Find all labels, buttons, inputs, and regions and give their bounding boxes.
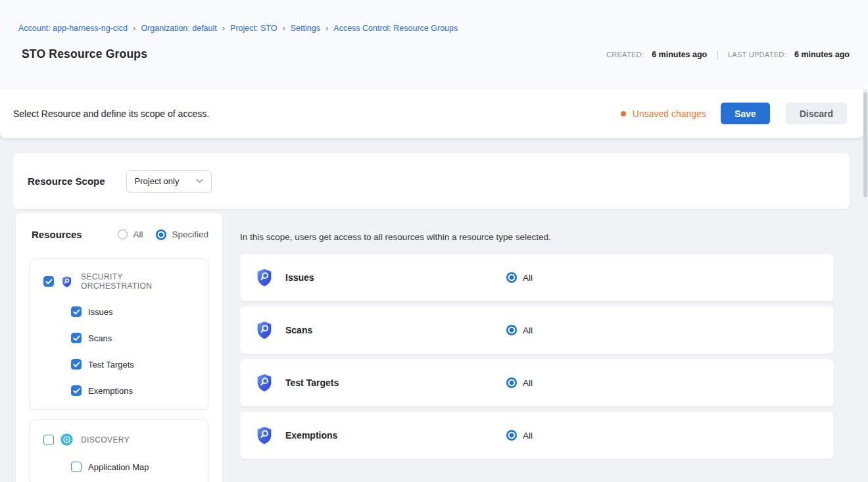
resource-access-radio[interactable]: All [506,430,533,441]
group-label: SECURITY ORCHESTRATION [81,272,195,291]
security-orchestration-shield-icon [60,276,73,288]
resource-access-radio[interactable]: All [506,325,533,335]
scope-description: In this scope, users get access to all r… [240,232,834,242]
item-label: Issues [88,307,113,317]
resources-mode-radio-group: All Specified [118,229,208,240]
resources-title: Resources [32,229,82,240]
item-checkbox[interactable] [71,359,82,370]
radio-selected-icon[interactable] [506,430,517,441]
meta-divider: | [715,49,720,60]
breadcrumb-separator-icon: › [133,23,135,33]
tree-item: Scans [71,333,195,343]
tree-item: Issues [71,306,195,317]
radio-specified-label: Specified [172,229,208,239]
created-label: CREATED: [606,51,644,59]
breadcrumb-separator-icon: › [282,23,285,33]
resource-access-radio[interactable]: All [506,377,533,388]
created-value: 6 minutes ago [652,50,707,59]
breadcrumb-account-link[interactable]: Account: app-harness-ng-cicd [18,24,128,33]
resource-scope-card: Resource Scope Project only [13,153,850,209]
group-checkbox[interactable] [43,435,54,445]
resource-access-card: Test Targets All [240,359,834,406]
last-updated-label: LAST UPDATED: [728,51,786,59]
security-orchestration-shield-icon [254,320,274,340]
group-checkbox[interactable] [43,276,54,287]
radio-selected-icon[interactable] [506,272,517,283]
resource-name: Issues [285,272,314,283]
item-checkbox[interactable] [71,306,82,317]
item-label: Exemptions [88,386,133,396]
breadcrumb-separator-icon: › [326,23,328,33]
breadcrumb-organization-link[interactable]: Organization: default [141,24,216,33]
save-button[interactable]: Save [721,103,770,124]
unsaved-dot-icon [621,111,626,116]
item-checkbox[interactable] [71,385,82,396]
item-checkbox[interactable] [71,333,82,343]
resource-tree: SECURITY ORCHESTRATION Issues Scans Test… [30,258,208,482]
resource-scope-selected-value: Project only [135,176,180,186]
resource-access-main: In this scope, users get access to all r… [240,213,834,464]
resource-rows: Issues All Scans All Test Targets All [240,254,834,459]
radio-selected-icon[interactable] [506,377,517,388]
resource-scope-label: Resource Scope [28,176,105,187]
toolbar: Select Resource and define its scope of … [0,89,863,138]
radio-all-icon[interactable] [118,229,128,239]
security-orchestration-shield-icon [254,373,274,393]
radio-selected-icon[interactable] [506,325,517,335]
radio-all[interactable]: All [118,229,143,239]
resource-group-box: SECURITY ORCHESTRATION Issues Scans Test… [30,258,208,410]
security-orchestration-shield-icon [254,268,274,287]
vertical-scrollbar-thumb[interactable] [863,92,867,197]
resource-name: Exemptions [285,430,337,441]
unsaved-changes-label: Unsaved changes [633,108,706,119]
resource-group-box: DISCOVERY Application Map [30,420,208,482]
breadcrumb-project-link[interactable]: Project: STO [230,24,277,33]
breadcrumb-resource-groups-link[interactable]: Access Control: Resource Groups [333,24,458,33]
unsaved-changes-indicator: Unsaved changes [621,108,706,119]
page-header: Account: app-harness-ng-cicd › Organizat… [0,0,868,89]
toolbar-description: Select Resource and define its scope of … [13,108,621,119]
chevron-down-icon [196,179,203,183]
resource-scope-select[interactable]: Project only [126,170,212,193]
page-meta: CREATED: 6 minutes ago | LAST UPDATED: 6… [606,49,850,60]
resource-groups-page: Account: app-harness-ng-cicd › Organizat… [0,0,868,482]
resource-name: Scans [285,325,312,335]
resource-access-radio[interactable]: All [506,272,533,283]
item-label: Application Map [88,462,149,472]
discard-button[interactable]: Discard [786,103,847,124]
breadcrumb-settings-link[interactable]: Settings [291,24,320,33]
resources-sidebar: Resources All Specified [16,213,222,482]
tree-item: Application Map [71,462,195,472]
resource-access-label: All [523,325,533,335]
resource-access-label: All [523,378,533,388]
page-title: STO Resource Groups [22,47,147,61]
breadcrumb: Account: app-harness-ng-cicd › Organizat… [18,24,850,33]
resource-name: Test Targets [285,377,339,388]
resource-access-label: All [523,431,533,441]
discovery-icon [60,433,73,446]
radio-all-label: All [133,229,143,239]
item-label: Test Targets [88,360,134,370]
resource-access-label: All [523,273,533,283]
breadcrumb-separator-icon: › [222,23,225,33]
security-orchestration-shield-icon [254,425,274,445]
item-checkbox[interactable] [71,462,82,472]
radio-specified[interactable]: Specified [156,229,208,240]
resource-access-card: Scans All [240,306,834,354]
last-updated-value: 6 minutes ago [794,50,850,59]
item-label: Scans [88,333,112,343]
resource-access-card: Exemptions All [240,412,834,459]
resource-access-card: Issues All [240,254,834,301]
tree-item: Exemptions [71,385,195,396]
group-label: DISCOVERY [81,435,130,445]
radio-specified-icon[interactable] [156,229,166,240]
tree-item: Test Targets [71,359,195,370]
